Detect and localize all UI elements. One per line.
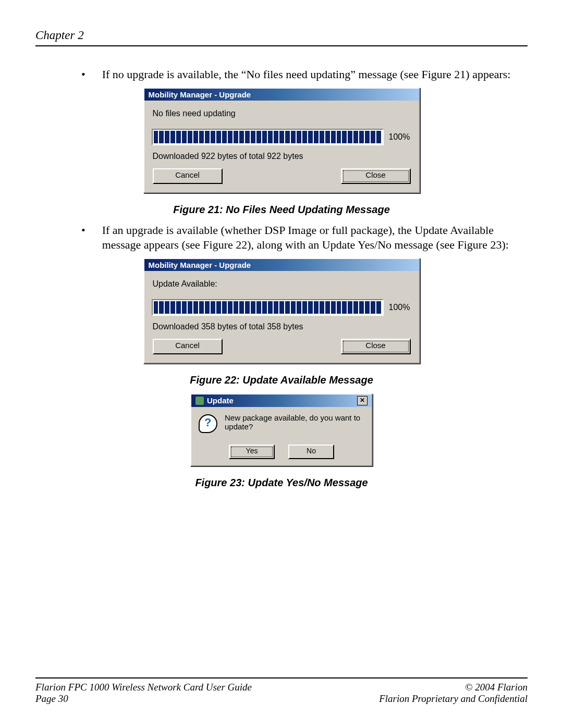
dialog-no-files: Mobility Manager - Upgrade No files need…	[143, 88, 420, 193]
download-status: Downloaded 358 bytes of total 358 bytes	[153, 322, 411, 331]
dialog-message: Update Available:	[153, 279, 411, 289]
bullet-dot-icon: •	[81, 223, 85, 253]
dialog-message: No files need updating	[153, 109, 411, 118]
cancel-button[interactable]: Cancel	[153, 168, 223, 184]
dialog-update-prompt: Update ✕ ? New package available, do you…	[190, 393, 373, 466]
footer-guide: Flarion FPC 1000 Wireless Network Card U…	[35, 682, 252, 693]
close-button[interactable]: Close	[341, 339, 411, 354]
page-header: Chapter 2	[35, 29, 528, 46]
dialog-title-text: Mobility Manager - Upgrade	[149, 261, 251, 269]
dialog-update-available: Mobility Manager - Upgrade Update Availa…	[143, 258, 420, 364]
footer-copyright: © 2004 Flarion	[465, 682, 528, 693]
progress-bar	[152, 129, 384, 145]
question-icon: ?	[199, 414, 217, 433]
cancel-button[interactable]: Cancel	[153, 339, 223, 354]
figure-caption-22: Figure 22: Update Available Message	[35, 374, 528, 386]
dialog-titlebar: Mobility Manager - Upgrade	[144, 259, 419, 271]
bullet-text: If an upgrade is available (whether DSP …	[102, 223, 528, 253]
chapter-label: Chapter 2	[35, 29, 84, 42]
no-button[interactable]: No	[288, 445, 334, 459]
prompt-message: New package available, do you want to up…	[225, 413, 364, 431]
yes-button[interactable]: Yes	[229, 445, 275, 459]
figure-caption-23: Figure 23: Update Yes/No Message	[35, 477, 528, 489]
bullet-text: If no upgrade is available, the “No file…	[102, 67, 528, 82]
bullet-dot-icon: •	[81, 67, 85, 82]
progress-percent: 100%	[389, 132, 412, 142]
dialog-titlebar: Update ✕	[191, 394, 372, 407]
footer-confidential: Flarion Proprietary and Confidential	[379, 693, 528, 705]
close-button[interactable]: Close	[341, 168, 411, 184]
dialog-title-text: Update	[207, 396, 234, 405]
footer-page: Page 30	[35, 693, 68, 705]
progress-percent: 100%	[389, 303, 412, 312]
page-footer: Flarion FPC 1000 Wireless Network Card U…	[35, 677, 528, 705]
app-icon	[195, 397, 204, 405]
dialog-title-text: Mobility Manager - Upgrade	[149, 90, 251, 99]
bullet-item: • If an upgrade is available (whether DS…	[81, 223, 528, 253]
dialog-titlebar: Mobility Manager - Upgrade	[144, 89, 419, 101]
download-status: Downloaded 922 bytes of total 922 bytes	[153, 152, 411, 161]
bullet-item: • If no upgrade is available, the “No fi…	[81, 67, 528, 82]
figure-caption-21: Figure 21: No Files Need Updating Messag…	[35, 204, 528, 216]
progress-bar	[152, 299, 384, 316]
window-close-button[interactable]: ✕	[357, 396, 368, 405]
